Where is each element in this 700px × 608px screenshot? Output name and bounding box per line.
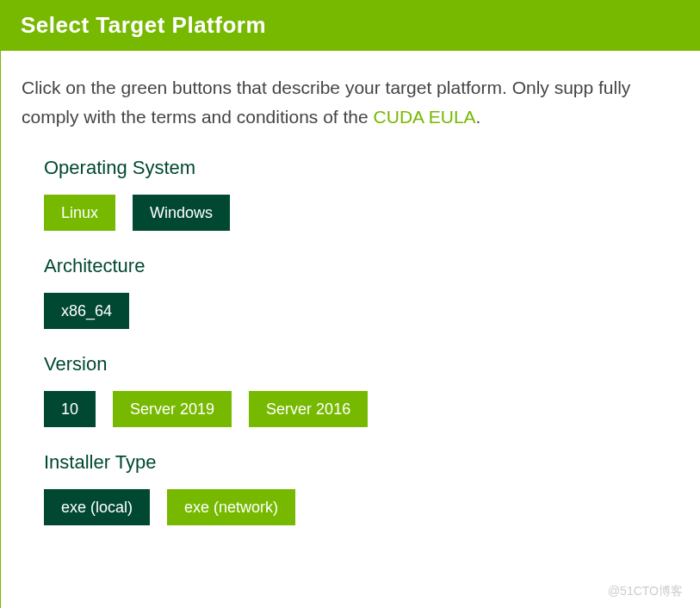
section-operating-system: Operating System Linux Windows [44,157,657,231]
page-header: Select Target Platform [0,0,700,51]
watermark: @51CTO博客 [608,584,683,599]
page-title: Select Target Platform [21,12,679,39]
options-os: Linux Windows [44,195,657,231]
intro-text: Click on the green buttons that describe… [1,51,700,140]
section-label-arch: Architecture [44,255,657,277]
intro-text-before: Click on the green buttons that describe… [22,78,630,127]
option-version-10[interactable]: 10 [44,391,96,427]
section-version: Version 10 Server 2019 Server 2016 [44,353,657,427]
section-architecture: Architecture x86_64 [44,255,657,329]
option-server-2016[interactable]: Server 2016 [249,391,368,427]
intro-text-after: . [476,107,481,127]
options-installer: exe (local) exe (network) [44,489,657,525]
section-installer-type: Installer Type exe (local) exe (network) [44,451,657,525]
options-version: 10 Server 2019 Server 2016 [44,391,657,427]
options-arch: x86_64 [44,293,657,329]
selector-sections: Operating System Linux Windows Architect… [1,140,700,567]
section-label-os: Operating System [44,157,657,179]
option-windows[interactable]: Windows [133,195,230,231]
option-exe-network[interactable]: exe (network) [167,489,295,525]
section-label-version: Version [44,353,657,375]
option-server-2019[interactable]: Server 2019 [113,391,232,427]
option-linux[interactable]: Linux [44,195,115,231]
cuda-eula-link[interactable]: CUDA EULA [374,107,476,127]
option-x86-64[interactable]: x86_64 [44,293,129,329]
option-exe-local[interactable]: exe (local) [44,489,150,525]
section-label-installer: Installer Type [44,451,657,474]
